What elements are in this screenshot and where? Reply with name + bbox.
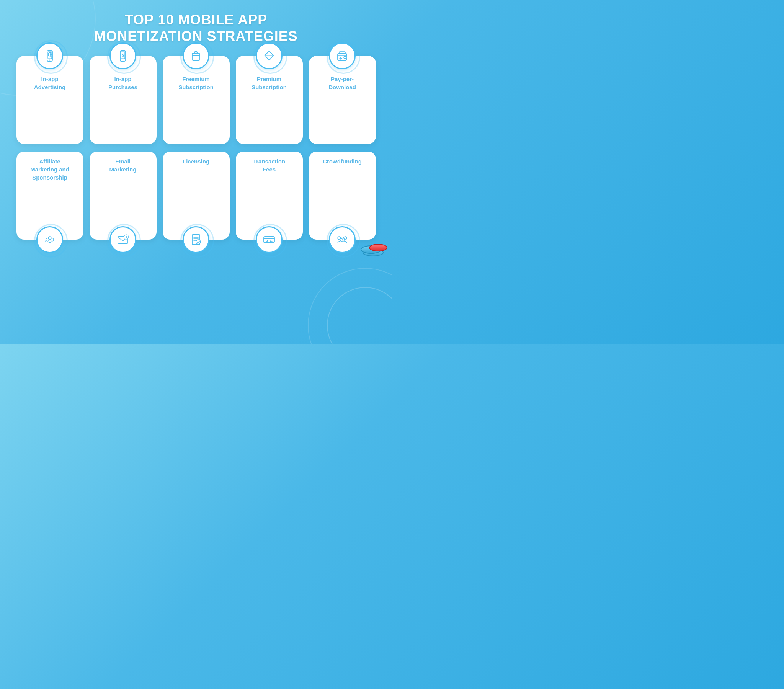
svg-line-15 (269, 51, 273, 55)
card-transaction-fees: TransactionFees (236, 152, 303, 240)
card-freemium: ✦ ✦ ✦ FreemiumSubscription (163, 56, 230, 144)
svg-point-21 (46, 238, 49, 241)
icon-circle-purchases: $ (109, 43, 136, 69)
svg-rect-1 (48, 52, 52, 59)
title-section: TOP 10 MOBILE APP MONETIZATION STRATEGIE… (94, 12, 298, 45)
svg-text:✦: ✦ (266, 56, 267, 58)
svg-point-25 (124, 235, 128, 239)
card-label-transaction: TransactionFees (253, 157, 285, 173)
svg-rect-4 (121, 52, 125, 59)
svg-text:✦: ✦ (198, 50, 199, 52)
people-dollar-icon: $ (335, 233, 349, 247)
card-licensing: Licensing (163, 152, 230, 240)
svg-point-6 (122, 60, 124, 61)
svg-point-23 (48, 237, 51, 240)
svg-text:$: $ (341, 237, 343, 241)
svg-point-20 (344, 56, 346, 59)
cards-row-2: AffiliateMarketing andSponsorship EmailM… (8, 152, 384, 240)
svg-rect-7 (193, 55, 199, 61)
coin-decoration (361, 238, 387, 257)
icon-circle-ppd (329, 43, 356, 69)
card-label-crowdfunding: Crowdfunding (323, 157, 362, 165)
svg-marker-13 (265, 51, 273, 55)
card-label-licensing: Licensing (183, 157, 209, 165)
wallet-download-icon (335, 49, 349, 63)
cards-container: In-appAdvertising $ In-appPurchases (8, 56, 384, 240)
svg-point-31 (344, 237, 347, 240)
svg-rect-27 (192, 235, 200, 245)
title-line1: TOP 10 MOBILE APP (125, 12, 267, 28)
card-label-purchases: In-appPurchases (108, 75, 137, 91)
svg-text:✦: ✦ (192, 53, 193, 54)
svg-text:$: $ (122, 53, 124, 58)
icon-circle-freemium: ✦ ✦ ✦ (183, 43, 209, 69)
icon-circle-premium: ✦ ✦ ✦ (256, 43, 283, 69)
card-premium: ✦ ✦ ✦ PremiumSubscription (236, 56, 303, 144)
dollar-phone-icon: $ (116, 49, 130, 63)
svg-point-28 (196, 240, 201, 244)
icon-circle-email: ★ (109, 226, 136, 253)
card-label-affiliate: AffiliateMarketing andSponsorship (30, 157, 69, 181)
gift-stars-icon: ✦ ✦ ✦ (189, 49, 203, 63)
svg-rect-0 (47, 51, 53, 61)
card-pay-per-download: Pay-per-Download (309, 56, 376, 144)
svg-rect-24 (118, 237, 128, 244)
icon-circle-advertising (36, 43, 63, 69)
svg-rect-8 (192, 54, 200, 56)
card-label-freemium: FreemiumSubscription (178, 75, 214, 91)
svg-point-22 (51, 238, 54, 241)
bg-decor-circle-1 (308, 268, 392, 344)
card-label-ppd: Pay-per-Download (328, 75, 356, 91)
svg-rect-29 (264, 237, 275, 243)
icon-circle-transaction (256, 226, 283, 253)
badge-check-icon (189, 233, 203, 247)
svg-line-14 (265, 51, 269, 55)
svg-marker-12 (265, 51, 273, 61)
icon-circle-crowdfunding: $ (329, 226, 356, 253)
card-email-marketing: EmailMarketing ★ (90, 152, 156, 240)
email-star-icon: ★ (116, 233, 130, 247)
card-affiliate: AffiliateMarketing andSponsorship (16, 152, 84, 240)
svg-text:✦: ✦ (272, 51, 274, 53)
card-in-app-advertising: In-appAdvertising (16, 56, 84, 144)
svg-rect-19 (338, 54, 347, 61)
svg-text:✦: ✦ (194, 51, 196, 53)
card-label-premium: PremiumSubscription (252, 75, 287, 91)
megaphone-phone-icon (43, 49, 57, 63)
card-label-advertising: In-appAdvertising (34, 75, 66, 91)
icon-circle-affiliate (36, 226, 63, 253)
cards-row-1: In-appAdvertising $ In-appPurchases (8, 56, 384, 144)
svg-text:★: ★ (125, 236, 128, 239)
svg-point-30 (338, 237, 341, 240)
svg-point-33 (340, 237, 344, 242)
people-megaphone-icon (43, 233, 57, 247)
svg-point-2 (49, 60, 51, 61)
card-label-email: EmailMarketing (109, 157, 137, 173)
diamond-icon: ✦ ✦ ✦ (262, 49, 276, 63)
card-in-app-purchases: $ In-appPurchases (90, 56, 156, 144)
bg-decor-circle-2 (327, 287, 392, 344)
card-crowdfunding: Crowdfunding $ (309, 152, 376, 240)
card-transfer-icon (262, 233, 276, 247)
svg-text:✦: ✦ (264, 52, 266, 54)
svg-rect-3 (120, 51, 125, 61)
icon-circle-licensing (183, 226, 209, 253)
